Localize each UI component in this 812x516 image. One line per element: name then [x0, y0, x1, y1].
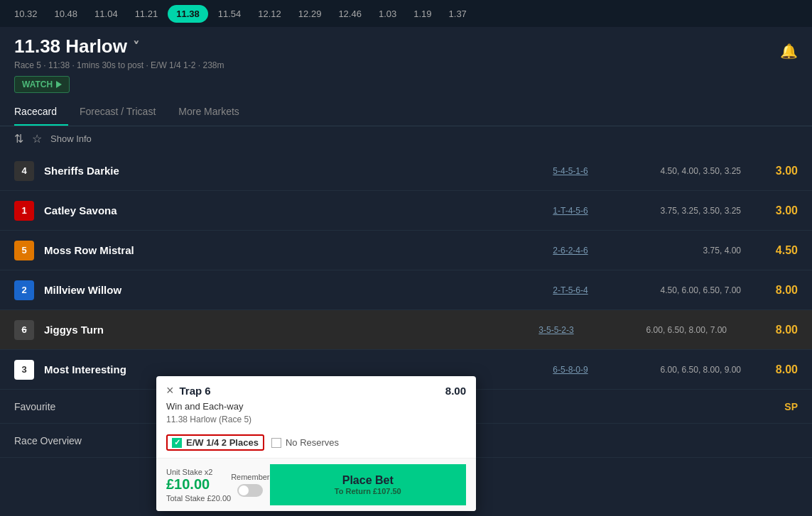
star-icon[interactable]: ☆ — [32, 132, 42, 146]
bet-slip-popup: × Trap 6 8.00 Win and Each-way 11.38 Har… — [156, 376, 476, 511]
form-string[interactable]: 5-4-5-1-6 — [528, 166, 613, 176]
form-string[interactable]: 1-T-4-5-6 — [528, 206, 613, 216]
total-stake: Total Stake £20.00 — [166, 494, 231, 503]
stake-amount[interactable]: £10.00 — [166, 476, 231, 493]
odds-history: 6.00, 6.50, 8.00, 9.00 — [613, 365, 741, 375]
odds-history: 4.50, 4.00, 3.50, 3.25 — [613, 166, 741, 176]
trap-number-6: 6 — [14, 320, 34, 340]
no-reserves-container: No Reserves — [271, 437, 339, 448]
place-bet-return: To Return £107.50 — [335, 487, 401, 495]
checkmark-icon: ✓ — [174, 438, 180, 447]
remember-label: Remember — [231, 473, 269, 481]
table-row: 2 Millview Willow 2-T-5-6-4 4.50, 6.00, … — [0, 270, 812, 310]
time-tab-8[interactable]: 12.46 — [331, 5, 369, 23]
dog-name: Most Interesting — [44, 363, 528, 375]
ew-checkbox[interactable]: ✓ — [172, 438, 182, 448]
ew-label: E/W 1/4 2 Places — [186, 437, 259, 448]
time-tab-10[interactable]: 1.19 — [406, 5, 438, 23]
table-row: 6 Jiggys Turn 3-5-5-2-3 6.00, 6.50, 8.00… — [0, 310, 812, 350]
remember-toggle[interactable] — [237, 484, 263, 497]
race-meta: Race 5 · 11:38 · 1mins 30s to post · E/W… — [14, 60, 798, 70]
bet-popup-title: Trap 6 — [180, 385, 211, 397]
trap-number-3: 3 — [14, 360, 34, 380]
odds-history: 3.75, 4.00 — [613, 246, 741, 256]
time-tab-6[interactable]: 12.12 — [251, 5, 288, 23]
bet-popup-subtitle: Win and Each-way — [156, 401, 476, 415]
bell-icon[interactable]: 🔔 — [780, 43, 798, 60]
time-tab-11[interactable]: 1.37 — [442, 5, 474, 23]
dog-name: Sheriffs Darkie — [44, 165, 528, 177]
sort-icon[interactable]: ⇅ — [14, 132, 23, 146]
bet-popup-odds: 8.00 — [445, 385, 466, 397]
table-row: 5 Moss Row Mistral 2-6-2-4-6 3.75, 4.00 … — [0, 231, 812, 270]
time-tab-3[interactable]: 11.21 — [128, 5, 166, 23]
dog-name: Jiggys Turn — [44, 324, 514, 336]
current-odds[interactable]: 3.00 — [741, 204, 798, 217]
tab-racecard[interactable]: Racecard — [14, 99, 68, 126]
form-string[interactable]: 3-5-5-2-3 — [514, 325, 599, 335]
dog-name: Millview Willow — [44, 284, 528, 296]
nav-tabs: Racecard Forecast / Tricast More Markets — [0, 99, 812, 126]
trap-number-2: 2 — [14, 280, 34, 300]
race-title: 11.38 Harlow ˅ — [14, 35, 798, 57]
remember-section: Remember — [231, 473, 269, 497]
tab-more-markets[interactable]: More Markets — [178, 99, 251, 126]
close-icon[interactable]: × — [166, 383, 174, 398]
odds-history: 6.00, 6.50, 8.00, 7.00 — [599, 325, 727, 335]
current-odds[interactable]: 8.00 — [741, 284, 798, 297]
time-tabs-bar: 10.32 10.48 11.04 11.21 11.38 11.54 12.1… — [0, 0, 812, 27]
place-bet-button[interactable]: Place Bet To Return £107.50 — [270, 464, 466, 505]
watch-button[interactable]: WATCH — [14, 76, 70, 93]
favourite-value: SP — [784, 401, 798, 412]
time-tab-2[interactable]: 11.04 — [87, 5, 125, 23]
place-bet-label: Place Bet — [342, 474, 394, 487]
show-info-button[interactable]: Show Info — [50, 133, 92, 144]
trap-number-5: 5 — [14, 241, 34, 260]
bet-popup-header: × Trap 6 8.00 — [156, 376, 476, 401]
no-reserves-checkbox[interactable] — [271, 438, 281, 448]
race-title-text: 11.38 Harlow — [14, 35, 127, 57]
time-tab-5[interactable]: 11.54 — [211, 5, 249, 23]
time-tab-1[interactable]: 10.48 — [48, 5, 85, 23]
dog-name: Catley Savona — [44, 204, 528, 216]
form-string[interactable]: 2-6-2-4-6 — [528, 246, 613, 256]
current-odds[interactable]: 8.00 — [727, 324, 798, 336]
time-tab-0[interactable]: 10.32 — [7, 5, 45, 23]
current-odds[interactable]: 8.00 — [741, 363, 798, 376]
bet-popup-meta: 11.38 Harlow (Race 5) — [156, 415, 476, 430]
time-tab-7[interactable]: 12.29 — [291, 5, 329, 23]
time-tab-4[interactable]: 11.38 — [168, 5, 208, 23]
watch-label: WATCH — [22, 79, 53, 89]
controls-bar: ⇅ ☆ Show Info — [0, 126, 812, 151]
race-header: 11.38 Harlow ˅ Race 5 · 11:38 · 1mins 30… — [0, 27, 812, 99]
odds-history: 3.75, 3.25, 3.50, 3.25 — [613, 206, 741, 216]
time-tab-9[interactable]: 1.03 — [372, 5, 404, 23]
form-string[interactable]: 6-5-8-0-9 — [528, 365, 613, 375]
dog-name: Moss Row Mistral — [44, 244, 528, 256]
trap-number-1: 1 — [14, 201, 34, 221]
table-row: 1 Catley Savona 1-T-4-5-6 3.75, 3.25, 3.… — [0, 191, 812, 231]
toggle-thumb — [239, 485, 249, 495]
play-icon — [56, 81, 62, 88]
stake-section: Unit Stake x2 £10.00 Total Stake £20.00 — [166, 468, 231, 503]
ew-checkbox-container[interactable]: ✓ E/W 1/4 2 Places — [166, 434, 264, 451]
form-string[interactable]: 2-T-5-6-4 — [528, 285, 613, 295]
odds-history: 4.50, 6.00, 6.50, 7.00 — [613, 285, 741, 295]
current-odds[interactable]: 3.00 — [741, 165, 798, 177]
chevron-down-icon[interactable]: ˅ — [133, 39, 139, 55]
tab-forecast-tricast[interactable]: Forecast / Tricast — [80, 99, 167, 126]
bet-popup-stake: Unit Stake x2 £10.00 Total Stake £20.00 … — [156, 459, 476, 511]
unit-stake-label: Unit Stake x2 — [166, 468, 231, 476]
current-odds[interactable]: 4.50 — [741, 244, 798, 257]
table-row: 4 Sheriffs Darkie 5-4-5-1-6 4.50, 4.00, … — [0, 151, 812, 191]
trap-number-4: 4 — [14, 161, 34, 181]
no-reserves-label: No Reserves — [286, 437, 339, 448]
bet-popup-ew-row: ✓ E/W 1/4 2 Places No Reserves — [156, 430, 476, 459]
